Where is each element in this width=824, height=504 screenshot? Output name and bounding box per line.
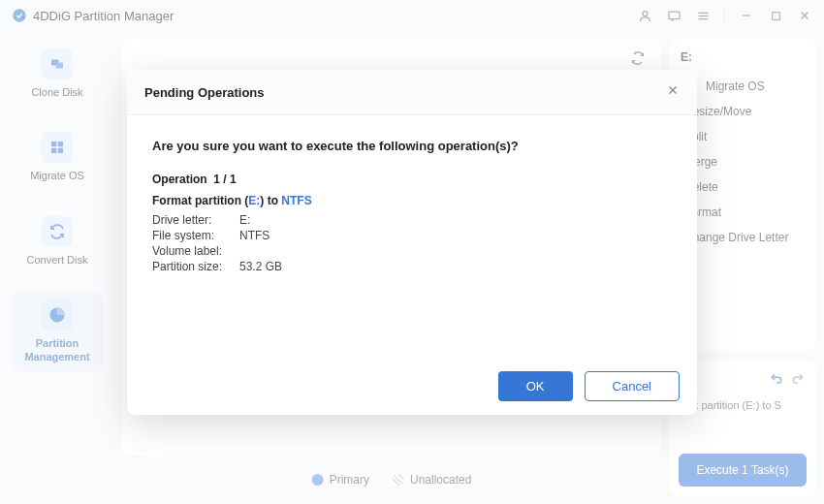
operation-counter: Operation 1 / 1 <box>152 173 672 186</box>
detail-file-system: File system:NTFS <box>152 229 672 242</box>
pending-operations-modal: Pending Operations Are you sure you want… <box>127 70 697 415</box>
operation-details: Drive letter:E: File system:NTFS Volume … <box>152 213 672 273</box>
op-title-drive: E: <box>248 194 260 207</box>
modal-footer: OK Cancel <box>127 358 697 415</box>
op-title-text2: ) to <box>260 194 281 207</box>
cancel-button[interactable]: Cancel <box>585 371 680 401</box>
detail-drive-letter: Drive letter:E: <box>152 213 672 227</box>
operation-counter-prefix: Operation <box>152 173 207 186</box>
detail-key: Volume label: <box>152 244 239 258</box>
detail-value: NTFS <box>239 229 269 242</box>
modal-title: Pending Operations <box>144 85 265 100</box>
detail-partition-size: Partition size:53.2 GB <box>152 260 672 273</box>
op-title-fs: NTFS <box>281 194 311 207</box>
detail-value: 53.2 GB <box>239 260 282 273</box>
operation-title: Format partition (E:) to NTFS <box>152 194 672 207</box>
detail-value: E: <box>239 213 250 227</box>
op-title-text: Format partition ( <box>152 194 248 207</box>
modal-header: Pending Operations <box>127 70 697 115</box>
modal-close-icon[interactable] <box>666 83 680 101</box>
detail-key: Partition size: <box>152 260 239 273</box>
ok-button[interactable]: OK <box>498 371 573 401</box>
detail-key: Drive letter: <box>152 213 239 227</box>
detail-key: File system: <box>152 229 239 242</box>
modal-body: Are you sure you want to execute the fol… <box>127 115 697 358</box>
detail-volume-label: Volume label: <box>152 244 672 258</box>
modal-overlay: Pending Operations Are you sure you want… <box>0 0 824 504</box>
modal-question: Are you sure you want to execute the fol… <box>152 139 672 153</box>
operation-counter-value: 1 / 1 <box>213 173 236 186</box>
